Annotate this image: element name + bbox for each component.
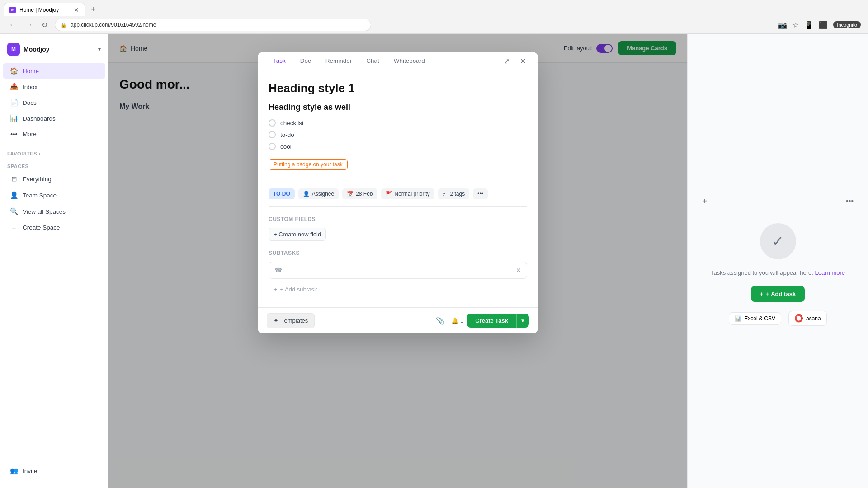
modal-tab-whiteboard[interactable]: Whiteboard (387, 52, 431, 70)
add-task-icon: + (760, 291, 764, 297)
tags-tag[interactable]: 🏷 2 tags (438, 188, 470, 199)
excel-icon: 📊 (735, 315, 741, 322)
sidebar-item-team-space[interactable]: 👤 Team Space (3, 188, 105, 203)
sidebar-label-everything: Everything (23, 176, 52, 183)
templates-label: Templates (281, 317, 308, 324)
more-icon: ••• (10, 130, 18, 138)
excel-csv-badge[interactable]: 📊 Excel & CSV (729, 312, 781, 325)
checkbox-3[interactable] (269, 143, 276, 150)
sidebar-bottom: 👥 Invite (0, 459, 108, 483)
spaces-label: Spaces (0, 158, 108, 171)
create-task-btn[interactable]: Create Task (467, 314, 516, 328)
asana-icon: ⭕ (794, 314, 803, 323)
attach-btn[interactable]: 📎 (433, 314, 448, 328)
checklist-item-2: to-do (269, 131, 527, 138)
workspace-chevron-icon: ▾ (98, 46, 101, 52)
bell-icon: 🔔 (451, 317, 458, 324)
home-icon: 🏠 (10, 67, 18, 75)
camera-icon[interactable]: 📷 (778, 21, 787, 29)
subtask-remove-btn[interactable]: ✕ (516, 267, 521, 274)
more-meta-btn[interactable]: ••• (473, 188, 488, 199)
sidebar-item-invite[interactable]: 👥 Invite (3, 463, 105, 479)
star-icon[interactable]: ☆ (793, 21, 799, 29)
right-panel-add-icon[interactable]: + (702, 196, 708, 206)
back-btn[interactable]: ← (7, 19, 18, 31)
checkbox-2[interactable] (269, 131, 276, 138)
address-bar-row: ← → ↻ 🔒 app.clickup.com/9016164592/home … (0, 16, 868, 33)
assignee-icon: 👤 (303, 191, 310, 197)
learn-more-link[interactable]: Learn more (815, 269, 845, 276)
assignee-label: Assignee (312, 191, 334, 197)
footer-right: 📎 🔔 1 Create Task ▾ (433, 314, 529, 328)
invite-icon: 👥 (10, 467, 18, 475)
tab-close-btn[interactable]: ✕ (74, 6, 79, 14)
docs-icon: 📄 (10, 99, 18, 107)
subtask-phone-icon: ☎ (274, 267, 282, 274)
add-subtask-btn[interactable]: + + Add subtask (269, 282, 527, 296)
modal-tab-actions: ⤢ ✕ (500, 55, 529, 67)
incognito-badge: Incognito (833, 21, 861, 28)
sidebar-label-inbox: Inbox (23, 84, 38, 90)
add-task-btn[interactable]: + + Add task (751, 286, 805, 302)
notification-btn[interactable]: 🔔 1 (451, 317, 463, 324)
modal-tab-task[interactable]: Task (267, 52, 292, 70)
sidebar-item-create-space[interactable]: + Create Space (3, 220, 105, 235)
browser-tab-active[interactable]: M Home | Moodjoy ✕ (4, 3, 85, 16)
task-modal: Task Doc Reminder Chat Whiteboard ⤢ ✕ He… (258, 52, 538, 333)
tags-label: 2 tags (450, 191, 465, 197)
sidebar-nav: 🏠 Home 📥 Inbox 📄 Docs 📊 Dashboards ••• M… (0, 59, 108, 145)
notification-count: 1 (460, 317, 463, 324)
sidebar-item-everything[interactable]: ⊞ Everything (3, 171, 105, 187)
browser-actions: 📷 ☆ 📱 ⬛ Incognito (778, 21, 861, 29)
view-all-icon: 🔍 (10, 207, 18, 216)
everything-icon: ⊞ (10, 175, 18, 183)
sidebar-item-more[interactable]: ••• More (3, 127, 105, 141)
sidebar-label-create-space: Create Space (23, 224, 60, 231)
lock-icon: 🔒 (61, 22, 67, 28)
modal-tab-reminder[interactable]: Reminder (319, 52, 359, 70)
sidebar-item-docs[interactable]: 📄 Docs (3, 95, 105, 110)
right-panel: + ••• ✓ Tasks assigned to you will appea… (687, 34, 868, 488)
calendar-icon: 📅 (347, 191, 354, 197)
modal-body: Heading style 1 Heading style as well ch… (258, 70, 538, 307)
task-meta-bar: TO DO 👤 Assignee 📅 28 Feb 🚩 Normal prior… (269, 181, 527, 207)
sidebar-label-view-all: View all Spaces (23, 208, 66, 215)
assignee-tag[interactable]: 👤 Assignee (298, 188, 339, 199)
sidebar-item-view-all-spaces[interactable]: 🔍 View all Spaces (3, 204, 105, 219)
date-tag[interactable]: 📅 28 Feb (342, 188, 377, 199)
close-modal-btn[interactable]: ✕ (516, 55, 529, 67)
create-task-dropdown-btn[interactable]: ▾ (516, 314, 529, 328)
workspace-header[interactable]: M Moodjoy ▾ (0, 39, 108, 59)
modal-tab-doc[interactable]: Doc (294, 52, 317, 70)
url-text: app.clickup.com/9016164592/home (71, 22, 156, 28)
priority-tag[interactable]: 🚩 Normal priority (381, 188, 434, 199)
custom-fields-label: Custom Fields (269, 216, 527, 222)
expand-modal-btn[interactable]: ⤢ (500, 55, 513, 67)
asana-badge[interactable]: ⭕ asana (788, 311, 827, 326)
devices-icon[interactable]: 📱 (804, 21, 813, 29)
address-bar[interactable]: 🔒 app.clickup.com/9016164592/home (55, 19, 371, 31)
extensions-icon[interactable]: ⬛ (819, 21, 828, 29)
checkbox-1[interactable] (269, 119, 276, 127)
modal-overlay: Task Doc Reminder Chat Whiteboard ⤢ ✕ He… (108, 34, 687, 488)
subtasks-section: Subtasks ☎ ✕ + + Add subtask (269, 250, 527, 296)
new-tab-btn[interactable]: + (87, 3, 99, 16)
modal-heading-2: Heading style as well (269, 103, 527, 112)
right-panel-menu-icon[interactable]: ••• (846, 197, 854, 205)
modal-tab-chat[interactable]: Chat (360, 52, 386, 70)
forward-btn[interactable]: → (24, 19, 34, 31)
integrations-row: 📊 Excel & CSV ⭕ asana (729, 311, 826, 326)
sidebar-item-home[interactable]: 🏠 Home (3, 63, 105, 79)
sidebar-item-dashboards[interactable]: 📊 Dashboards (3, 111, 105, 126)
subtask-item-1: ☎ ✕ (269, 262, 527, 279)
reload-btn[interactable]: ↻ (40, 19, 49, 31)
status-tag[interactable]: TO DO (269, 188, 295, 199)
app-container: M Moodjoy ▾ 🏠 Home 📥 Inbox 📄 Docs 📊 Dash… (0, 34, 868, 488)
team-space-icon: 👤 (10, 191, 18, 199)
workspace-name: Moodjoy (24, 46, 50, 53)
subtasks-label: Subtasks (269, 250, 527, 256)
add-task-label: + Add task (766, 291, 796, 297)
sidebar-item-inbox[interactable]: 📥 Inbox (3, 79, 105, 94)
create-field-btn[interactable]: + Create new field (269, 228, 326, 241)
templates-btn[interactable]: ✦ Templates (267, 313, 315, 328)
